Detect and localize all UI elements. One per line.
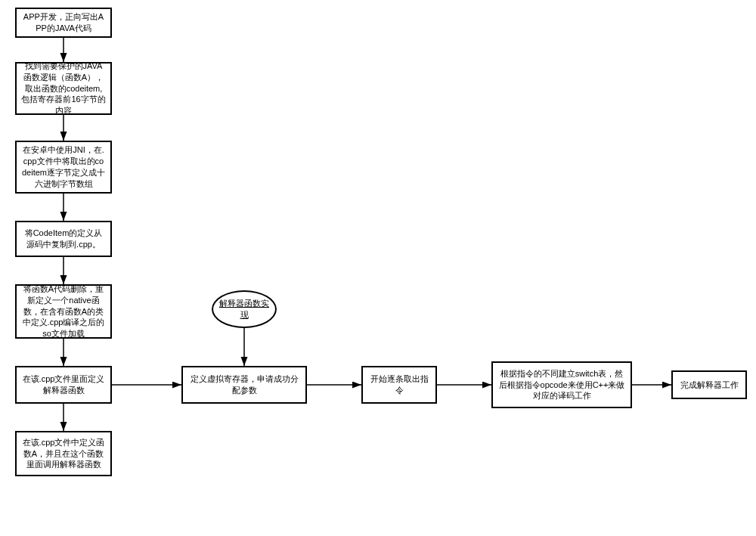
box-b9: 开始逐条取出指令	[361, 366, 437, 404]
box-b6-label: 在该.cpp文件里面定义解释器函数	[21, 373, 106, 396]
ellipse-e1: 解释器函数实现	[212, 290, 277, 328]
box-b8-label: 定义虚拟寄存器，申请成功分配参数	[187, 373, 301, 396]
box-b2-label: 找到需要保护的JAVA函数逻辑（函数A），取出函数的codeitem,包括寄存器…	[21, 60, 106, 116]
box-b3-label: 在安卓中使用JNI，在.cpp文件中将取出的codeitem逐字节定义成十六进制…	[21, 144, 106, 189]
box-b1-label: APP开发，正向写出APP的JAVA代码	[21, 11, 106, 34]
box-b10-label: 根据指令的不同建立switch表，然后根据指令opcode来使用C++来做对应的…	[497, 368, 626, 402]
box-b11: 完成解释器工作	[671, 370, 747, 399]
box-b11-label: 完成解释器工作	[680, 380, 739, 391]
box-b8: 定义虚拟寄存器，申请成功分配参数	[181, 366, 307, 404]
box-b1: APP开发，正向写出APP的JAVA代码	[15, 8, 112, 38]
ellipse-e1-label: 解释器函数实现	[218, 298, 271, 321]
box-b5-label: 将函数A代码删除，重新定义一个native函数，在含有函数A的类中定义.cpp编…	[21, 283, 106, 339]
box-b3: 在安卓中使用JNI，在.cpp文件中将取出的codeitem逐字节定义成十六进制…	[15, 141, 112, 194]
flow-connectors	[0, 0, 756, 536]
box-b5: 将函数A代码删除，重新定义一个native函数，在含有函数A的类中定义.cpp编…	[15, 284, 112, 339]
box-b4-label: 将CodeItem的定义从源码中复制到.cpp。	[21, 228, 106, 250]
box-b9-label: 开始逐条取出指令	[367, 373, 431, 396]
box-b4: 将CodeItem的定义从源码中复制到.cpp。	[15, 221, 112, 257]
box-b6: 在该.cpp文件里面定义解释器函数	[15, 366, 112, 404]
box-b2: 找到需要保护的JAVA函数逻辑（函数A），取出函数的codeitem,包括寄存器…	[15, 62, 112, 115]
box-b7: 在该.cpp文件中定义函数A，并且在这个函数里面调用解释器函数	[15, 431, 112, 476]
box-b7-label: 在该.cpp文件中定义函数A，并且在这个函数里面调用解释器函数	[21, 437, 106, 471]
box-b10: 根据指令的不同建立switch表，然后根据指令opcode来使用C++来做对应的…	[491, 361, 632, 408]
